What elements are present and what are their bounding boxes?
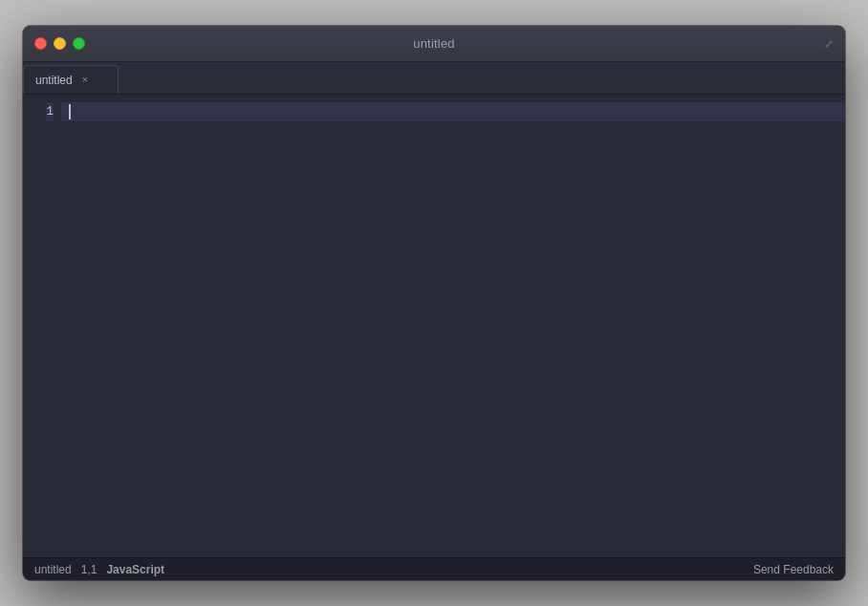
- status-language[interactable]: JavaScript: [106, 563, 164, 576]
- maximize-button[interactable]: [73, 37, 85, 50]
- tab-untitled[interactable]: untitled ×: [23, 65, 119, 94]
- app-window: untitled ⤢ untitled × 1 untitled 1,1 Jav…: [23, 26, 845, 580]
- status-filename: untitled: [34, 563, 72, 576]
- line-number-1: 1: [46, 102, 54, 121]
- status-left: untitled 1,1 JavaScript: [34, 563, 753, 576]
- text-cursor: [69, 104, 71, 119]
- send-feedback-button[interactable]: Send Feedback: [753, 563, 834, 576]
- code-line-1[interactable]: [61, 102, 845, 121]
- status-position: 1,1: [81, 563, 98, 576]
- tab-bar: untitled ×: [23, 62, 845, 95]
- tab-close-button[interactable]: ×: [82, 75, 88, 85]
- tab-label: untitled: [35, 74, 73, 87]
- fullscreen-icon[interactable]: ⤢: [824, 37, 834, 51]
- code-editor[interactable]: [61, 95, 845, 557]
- title-bar: untitled ⤢: [23, 26, 845, 62]
- window-title: untitled: [413, 36, 455, 51]
- editor-area: 1: [23, 95, 845, 557]
- status-bar: untitled 1,1 JavaScript Send Feedback: [23, 557, 845, 580]
- traffic-lights: [34, 37, 85, 50]
- minimize-button[interactable]: [54, 37, 66, 50]
- line-numbers-gutter: 1: [23, 95, 61, 557]
- close-button[interactable]: [34, 37, 47, 50]
- line-number-row-1: 1: [46, 102, 54, 121]
